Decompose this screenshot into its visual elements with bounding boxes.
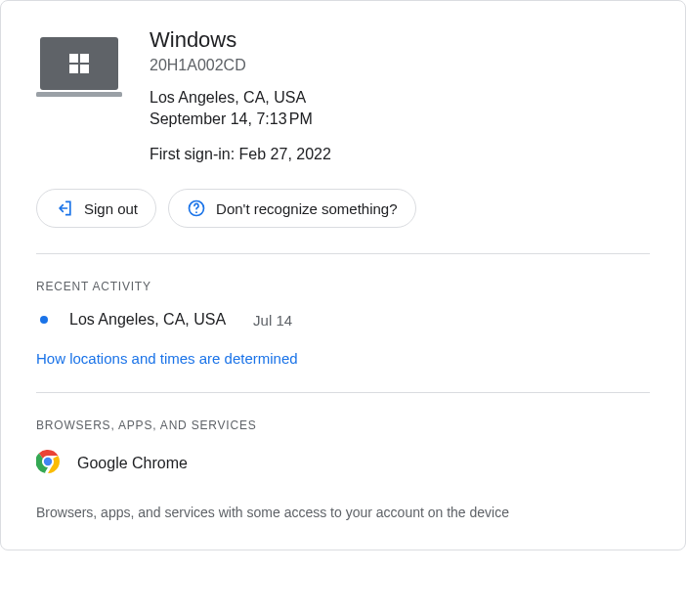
device-last-active: September 14, 7:13 PM — [150, 109, 650, 130]
chrome-icon — [36, 450, 60, 477]
device-header: Windows 20H1A002CD Los Angeles, CA, USA … — [1, 1, 685, 165]
svg-point-10 — [44, 458, 52, 465]
device-first-signin: First sign-in: Feb 27, 2022 — [150, 144, 650, 165]
activity-location: Los Angeles, CA, USA — [69, 311, 226, 329]
dont-recognize-button[interactable]: Don't recognize something? — [168, 189, 415, 228]
svg-rect-5 — [36, 92, 122, 97]
svg-rect-4 — [80, 65, 89, 73]
device-name: Windows — [150, 26, 650, 54]
browsers-description: Browsers, apps, and services with some a… — [36, 503, 650, 522]
divider — [36, 392, 650, 393]
locations-info-link[interactable]: How locations and times are determined — [36, 350, 298, 367]
recent-activity-section: RECENT ACTIVITY Los Angeles, CA, USA Jul… — [1, 280, 685, 392]
svg-point-7 — [195, 211, 197, 213]
device-info: Windows 20H1A002CD Los Angeles, CA, USA … — [130, 26, 650, 165]
browsers-section: BROWSERS, APPS, AND SERVICES Google Chro… — [1, 418, 685, 522]
recent-activity-heading: RECENT ACTIVITY — [36, 280, 650, 293]
laptop-icon — [36, 26, 130, 165]
svg-rect-0 — [40, 37, 118, 90]
app-name: Google Chrome — [77, 455, 188, 472]
activity-date: Jul 14 — [253, 312, 292, 329]
device-model: 20H1A002CD — [150, 56, 650, 75]
sign-out-label: Sign out — [84, 200, 138, 217]
sign-out-button[interactable]: Sign out — [36, 189, 156, 228]
activity-row: Los Angeles, CA, USA Jul 14 — [36, 311, 650, 329]
help-icon — [187, 198, 206, 218]
device-card: Windows 20H1A002CD Los Angeles, CA, USA … — [0, 0, 686, 550]
dont-recognize-label: Don't recognize something? — [216, 200, 397, 217]
svg-rect-1 — [69, 54, 78, 63]
device-location: Los Angeles, CA, USA — [150, 87, 650, 109]
sign-out-icon — [55, 198, 74, 218]
app-row: Google Chrome — [36, 450, 650, 477]
activity-dot-icon — [40, 316, 48, 324]
divider — [36, 253, 650, 254]
device-actions: Sign out Don't recognize something? — [1, 165, 685, 253]
svg-rect-3 — [69, 65, 78, 73]
svg-rect-2 — [80, 54, 89, 63]
browsers-heading: BROWSERS, APPS, AND SERVICES — [36, 418, 650, 432]
